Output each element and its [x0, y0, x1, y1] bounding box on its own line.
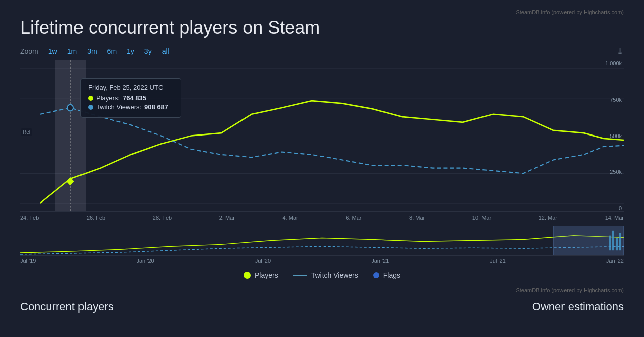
mini-x-1: Jan '20 — [136, 258, 154, 264]
x-label-4: 4. Mar — [283, 215, 298, 221]
legend-twitch-line — [293, 275, 307, 276]
legend-twitch-label: Twitch Viewers — [311, 271, 358, 279]
svg-rect-11 — [609, 236, 611, 251]
chart-area: Rel — [20, 60, 624, 266]
tooltip: Friday, Feb 25, 2022 UTC Players: 764 83… — [80, 78, 181, 118]
main-chart: Rel — [20, 60, 624, 212]
x-label-6: 8. Mar — [409, 215, 425, 221]
zoom-6m[interactable]: 6m — [102, 46, 122, 56]
x-label-9: 14. Mar — [605, 215, 624, 221]
legend-flags-dot — [373, 272, 379, 278]
zoom-all[interactable]: all — [157, 46, 174, 56]
legend-flags-label: Flags — [383, 271, 400, 279]
tooltip-twitch-dot — [88, 105, 93, 110]
zoom-3m[interactable]: 3m — [82, 46, 102, 56]
mini-x-2: Jul '20 — [255, 258, 271, 264]
zoom-label: Zoom — [20, 47, 38, 55]
x-label-1: 26. Feb — [87, 215, 105, 221]
svg-rect-14 — [619, 233, 621, 250]
zoom-1m[interactable]: 1m — [62, 46, 82, 56]
tooltip-players-label: Players: — [96, 94, 120, 102]
tooltip-players-dot — [88, 96, 93, 101]
zoom-3y[interactable]: 3y — [139, 46, 157, 56]
legend-players-dot — [244, 272, 251, 279]
mini-x-0: Jul '19 — [20, 258, 36, 264]
x-axis-mini: Jul '19 Jan '20 Jul '20 Jan '21 Jul '21 … — [20, 256, 624, 266]
tooltip-twitch-value: 908 687 — [144, 103, 168, 111]
zoom-1y[interactable]: 1y — [122, 46, 139, 56]
mini-x-5: Jan '22 — [606, 258, 624, 264]
attribution-top: SteamDB.info (powered by Highcharts.com) — [20, 0, 624, 17]
owner-estimations-title: Owner estimations — [532, 300, 624, 313]
legend-players[interactable]: Players — [244, 271, 278, 279]
tooltip-players-value: 764 835 — [123, 94, 146, 102]
svg-rect-9 — [20, 226, 624, 255]
concurrent-players-title: Concurrent players — [20, 300, 114, 313]
x-label-8: 12. Mar — [539, 215, 557, 221]
tooltip-date: Friday, Feb 25, 2022 UTC — [88, 84, 174, 91]
x-label-5: 6. Mar — [346, 215, 361, 221]
x-label-7: 10. Mar — [472, 215, 491, 221]
legend: Players Twitch Viewers Flags — [20, 266, 624, 284]
download-button[interactable]: ⤓ — [616, 46, 624, 57]
legend-players-label: Players — [255, 271, 278, 279]
svg-rect-13 — [616, 238, 618, 251]
mini-chart-svg — [20, 226, 624, 255]
zoom-1w[interactable]: 1w — [43, 46, 62, 56]
mini-x-4: Jul '21 — [490, 258, 505, 264]
page-title: Lifetime concurrent players on Steam — [20, 17, 624, 38]
mini-chart[interactable] — [20, 226, 624, 256]
attribution-bottom: SteamDB.info (powered by Highcharts.com) — [20, 284, 624, 296]
zoom-bar: Zoom 1w 1m 3m 6m 1y 3y all ⤓ — [20, 46, 624, 56]
tooltip-twitch-row: Twitch Viewers: 908 687 — [88, 103, 174, 111]
svg-rect-12 — [612, 231, 614, 250]
mini-x-3: Jan '21 — [371, 258, 389, 264]
x-axis-main: 24. Feb 26. Feb 28. Feb 2. Mar 4. Mar 6.… — [20, 212, 624, 224]
x-label-3: 2. Mar — [219, 215, 235, 221]
tooltip-players-row: Players: 764 835 — [88, 94, 174, 102]
rel-label: Rel — [21, 128, 32, 136]
legend-flags[interactable]: Flags — [373, 271, 400, 279]
legend-twitch[interactable]: Twitch Viewers — [293, 271, 358, 279]
tooltip-twitch-label: Twitch Viewers: — [96, 103, 141, 111]
bottom-section: Concurrent players Owner estimations — [20, 296, 624, 313]
x-label-0: 24. Feb — [20, 215, 39, 221]
x-label-2: 28. Feb — [153, 215, 172, 221]
svg-point-8 — [67, 105, 73, 111]
